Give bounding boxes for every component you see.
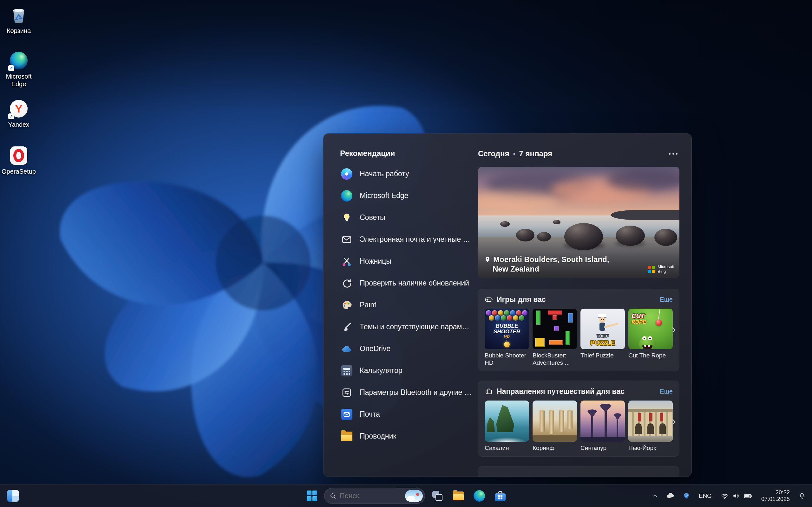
hero-caption: Moeraki Boulders, South Island, New Zeal… — [484, 255, 609, 274]
game-thumbnail: THIEF PUZZLE — [580, 308, 625, 349]
network-volume-battery-button[interactable] — [719, 490, 754, 502]
mail-app-icon — [340, 408, 353, 421]
bell-icon — [798, 492, 806, 500]
partial-next-section — [478, 466, 679, 477]
search-input[interactable] — [340, 492, 402, 500]
windows-logo-icon — [307, 491, 317, 501]
travel-title-label: Нью-Йорк — [628, 444, 673, 452]
more-options-icon[interactable] — [667, 151, 679, 157]
rec-item-mail-accounts[interactable]: Электронная почта и учетные записи — [336, 228, 476, 250]
desktop-icon-label: OperaSetup — [2, 168, 36, 175]
onedrive-tray-button[interactable] — [665, 491, 676, 501]
games-section: Игры для вас Еще — [478, 289, 679, 371]
rec-item-edge[interactable]: Microsoft Edge — [336, 185, 476, 207]
travel-title-label: Сингапур — [580, 444, 625, 452]
wifi-icon — [721, 492, 729, 500]
desktop-icon-recycle-bin[interactable]: Корзина — [0, 5, 38, 35]
game-title: BlockBuster: Adventures ... — [532, 352, 577, 366]
time: 20:32 — [761, 489, 790, 496]
hidden-icons-chevron[interactable] — [649, 491, 660, 501]
game-title: Bubble Shooter HD — [485, 352, 529, 366]
desktop-icon-label: Yandex — [8, 121, 29, 128]
rec-item-explorer[interactable]: Проводник — [336, 425, 476, 447]
games-more-link[interactable]: Еще — [660, 296, 673, 303]
paintbrush-icon — [340, 320, 353, 334]
store-bag-icon — [495, 491, 506, 501]
clock[interactable]: 20:32 07.01.2025 — [759, 489, 792, 503]
travel-more-link[interactable]: Еще — [660, 388, 673, 395]
location-pin-icon — [484, 257, 491, 263]
travel-row: Сахалин Коринф — [485, 400, 673, 452]
rec-item-themes[interactable]: Темы и сопутствующие параметры — [336, 316, 476, 338]
travel-card-sakhalin[interactable]: Сахалин — [485, 400, 529, 452]
calculator-icon — [340, 364, 353, 377]
scroll-right-chevron-icon[interactable] — [670, 416, 678, 427]
travel-thumbnail — [628, 400, 673, 442]
widgets-button[interactable] — [4, 487, 21, 504]
desktop-icon-label: Корзина — [7, 27, 31, 35]
rec-item-get-started[interactable]: Начать работу — [336, 163, 476, 185]
game-card-cut-the-rope[interactable]: CUT ROPE Cut The Rope — [628, 308, 673, 366]
start-button[interactable] — [303, 487, 320, 504]
task-view-button[interactable] — [429, 487, 446, 504]
rec-item-calculator[interactable]: Калькулятор — [336, 360, 476, 382]
travel-thumbnail — [532, 400, 577, 442]
travel-card-corinth[interactable]: Коринф — [532, 400, 577, 452]
travel-card-new-york[interactable]: Нью-Йорк — [628, 400, 673, 452]
battery-icon — [744, 492, 752, 500]
security-tray-button[interactable] — [681, 491, 692, 501]
opera-setup-icon — [9, 146, 29, 165]
desktop-icon-opera-setup[interactable]: OperaSetup — [0, 146, 38, 175]
games-row: BUBBLE SHOOTER HD Bubble Shooter HD — [485, 308, 673, 366]
rec-item-onedrive[interactable]: OneDrive — [336, 338, 476, 360]
boulder — [553, 220, 560, 224]
game-thumbnail: BUBBLE SHOOTER HD — [485, 308, 529, 349]
game-thumbnail: CUT ROPE — [628, 308, 673, 349]
travel-card-singapore[interactable]: Сингапур — [580, 400, 625, 452]
notifications-button[interactable] — [797, 491, 808, 501]
get-started-icon — [340, 167, 353, 181]
taskbar-search-box[interactable] — [324, 488, 425, 504]
game-title: Cut The Rope — [628, 352, 673, 359]
desktop-icon-yandex[interactable]: Y ↗ Yandex — [0, 99, 38, 128]
bing-daily-image-card[interactable]: Moeraki Boulders, South Island, New Zeal… — [478, 167, 679, 278]
rec-item-check-updates[interactable]: Проверить наличие обновлений — [336, 272, 476, 294]
edge-icon — [340, 189, 353, 203]
edge-icon: ↗ — [9, 51, 29, 70]
volume-icon — [732, 492, 740, 500]
rec-item-tips[interactable]: Советы — [336, 207, 476, 228]
search-daily-image[interactable] — [405, 490, 423, 502]
game-card-bubble-shooter[interactable]: BUBBLE SHOOTER HD Bubble Shooter HD — [485, 308, 529, 366]
dot-separator: • — [513, 151, 515, 158]
travel-thumbnail — [485, 400, 529, 442]
language-indicator[interactable]: ENG — [697, 491, 714, 501]
edge-button[interactable] — [471, 487, 488, 504]
file-explorer-button[interactable] — [450, 487, 467, 504]
rec-item-paint[interactable]: Paint — [336, 294, 476, 316]
shield-icon — [682, 492, 690, 500]
task-view-icon — [432, 491, 443, 501]
desktop-icon-edge[interactable]: ↗ Microsoft Edge — [0, 51, 38, 88]
microsoft-store-button[interactable] — [492, 487, 509, 504]
rec-item-mail-app[interactable]: Почта — [336, 403, 476, 425]
game-card-thief-puzzle[interactable]: THIEF PUZZLE Thief Puzzle — [580, 308, 625, 366]
game-card-blockbuster[interactable]: BlockBuster: Adventures ... — [532, 308, 577, 366]
games-icon — [485, 295, 493, 303]
edge-icon — [473, 490, 485, 502]
rec-item-snipping-tool[interactable]: Ножницы — [336, 250, 476, 272]
recommendations-list: Начать работу Microsoft Edge Советы — [336, 163, 476, 447]
folder-icon — [453, 492, 464, 500]
today-label: Сегодня — [478, 149, 509, 158]
today-column: Сегодня • 7 января — [478, 149, 679, 477]
date: 07.01.2025 — [761, 496, 790, 503]
search-icon — [329, 493, 337, 499]
bing-logo: Microsoft Bing — [648, 265, 674, 274]
paint-palette-icon — [340, 298, 353, 312]
today-header: Сегодня • 7 января — [478, 149, 679, 158]
widgets-icon — [7, 490, 19, 502]
travel-title-label: Сахалин — [485, 444, 529, 452]
scroll-right-chevron-icon[interactable] — [670, 325, 678, 335]
envelope-icon — [340, 233, 353, 246]
rec-item-bluetooth-settings[interactable]: Параметры Bluetooth и другие пара... — [336, 382, 476, 403]
scissors-icon — [340, 255, 353, 268]
